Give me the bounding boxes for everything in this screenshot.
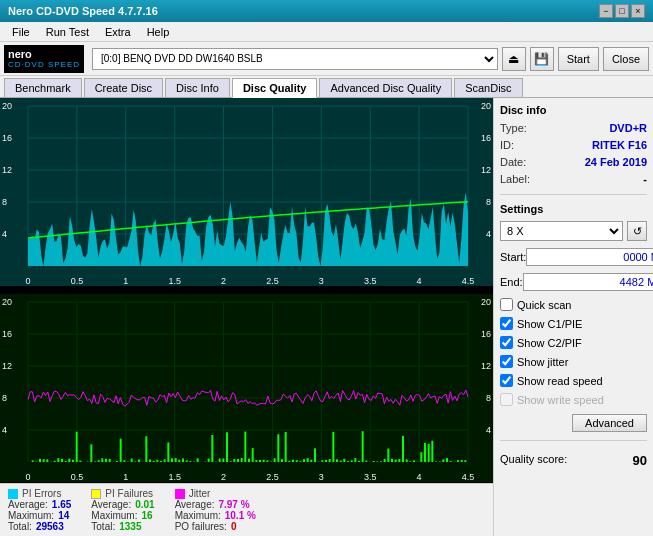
menu-extra[interactable]: Extra bbox=[97, 24, 139, 40]
disc-info-title: Disc info bbox=[500, 104, 647, 116]
show-jitter-checkbox[interactable] bbox=[500, 355, 513, 368]
quality-score-row: Quality score: 90 bbox=[500, 453, 647, 468]
tab-bar: Benchmark Create Disc Disc Info Disc Qua… bbox=[0, 76, 653, 98]
show-read-speed-row: Show read speed bbox=[500, 374, 647, 387]
show-c2pif-checkbox[interactable] bbox=[500, 336, 513, 349]
tab-advanced-disc-quality[interactable]: Advanced Disc Quality bbox=[319, 78, 452, 97]
pi-failures-stats: PI Failures Average: 0.01 Maximum: 16 To… bbox=[91, 488, 154, 532]
close-button[interactable]: × bbox=[631, 4, 645, 18]
disc-label-row: Label: - bbox=[500, 173, 647, 185]
charts-container bbox=[0, 98, 493, 483]
window-controls: − □ × bbox=[599, 4, 645, 18]
speed-row: 8 X ↺ bbox=[500, 221, 647, 241]
tab-scandisc[interactable]: ScanDisc bbox=[454, 78, 522, 97]
pi-errors-stats: PI Errors Average: 1.65 Maximum: 14 Tota… bbox=[8, 488, 71, 532]
pi-errors-total-row: Total: 29563 bbox=[8, 521, 71, 532]
start-input[interactable] bbox=[526, 248, 653, 266]
left-section: PI Errors Average: 1.65 Maximum: 14 Tota… bbox=[0, 98, 493, 536]
start-mb-row: Start: bbox=[500, 248, 647, 266]
pi-errors-label: PI Errors bbox=[8, 488, 71, 499]
menu-bar: File Run Test Extra Help bbox=[0, 22, 653, 42]
title-bar: Nero CD-DVD Speed 4.7.7.16 − □ × bbox=[0, 0, 653, 22]
pi-failures-label: PI Failures bbox=[91, 488, 154, 499]
tab-disc-info[interactable]: Disc Info bbox=[165, 78, 230, 97]
jitter-max-row: Maximum: 10.1 % bbox=[175, 510, 256, 521]
app-title: Nero CD-DVD Speed 4.7.7.16 bbox=[8, 5, 599, 17]
maximize-button[interactable]: □ bbox=[615, 4, 629, 18]
jitter-label: Jitter bbox=[175, 488, 256, 499]
show-read-speed-checkbox[interactable] bbox=[500, 374, 513, 387]
show-c2pif-row: Show C2/PIF bbox=[500, 336, 647, 349]
end-mb-row: End: bbox=[500, 273, 647, 291]
menu-run-test[interactable]: Run Test bbox=[38, 24, 97, 40]
disc-date-row: Date: 24 Feb 2019 bbox=[500, 156, 647, 168]
advanced-button[interactable]: Advanced bbox=[572, 414, 647, 432]
jitter-avg-row: Average: 7.97 % bbox=[175, 499, 256, 510]
bottom-chart bbox=[0, 294, 493, 482]
toolbar: nero CD·DVD SPEED [0:0] BENQ DVD DD DW16… bbox=[0, 42, 653, 76]
right-panel: Disc info Type: DVD+R ID: RITEK F16 Date… bbox=[493, 98, 653, 536]
minimize-button[interactable]: − bbox=[599, 4, 613, 18]
menu-help[interactable]: Help bbox=[139, 24, 178, 40]
pi-errors-max-row: Maximum: 14 bbox=[8, 510, 71, 521]
top-chart bbox=[0, 98, 493, 286]
pi-failures-total-row: Total: 1335 bbox=[91, 521, 154, 532]
end-label: End: bbox=[500, 276, 523, 288]
quick-scan-checkbox[interactable] bbox=[500, 298, 513, 311]
jitter-po-row: PO failures: 0 bbox=[175, 521, 256, 532]
divider-2 bbox=[500, 440, 647, 441]
end-input[interactable] bbox=[523, 273, 653, 291]
pi-failures-color-box bbox=[91, 489, 101, 499]
show-write-speed-checkbox bbox=[500, 393, 513, 406]
show-write-speed-row: Show write speed bbox=[500, 393, 647, 406]
tab-benchmark[interactable]: Benchmark bbox=[4, 78, 82, 97]
disc-type-row: Type: DVD+R bbox=[500, 122, 647, 134]
eject-button[interactable]: ⏏ bbox=[502, 47, 526, 71]
close-btn[interactable]: Close bbox=[603, 47, 649, 71]
pi-failures-avg-row: Average: 0.01 bbox=[91, 499, 154, 510]
start-label: Start: bbox=[500, 251, 526, 263]
logo-text-bottom: CD·DVD SPEED bbox=[8, 60, 80, 69]
pi-failures-max-row: Maximum: 16 bbox=[91, 510, 154, 521]
main-content: PI Errors Average: 1.65 Maximum: 14 Tota… bbox=[0, 98, 653, 536]
nero-logo: nero CD·DVD SPEED bbox=[4, 45, 84, 73]
tab-create-disc[interactable]: Create Disc bbox=[84, 78, 163, 97]
speed-combo[interactable]: 8 X bbox=[500, 221, 623, 241]
jitter-color-box bbox=[175, 489, 185, 499]
show-c1pie-row: Show C1/PIE bbox=[500, 317, 647, 330]
save-button[interactable]: 💾 bbox=[530, 47, 554, 71]
divider-1 bbox=[500, 194, 647, 195]
drive-selector[interactable]: [0:0] BENQ DVD DD DW1640 BSLB bbox=[92, 48, 498, 70]
quality-score-value: 90 bbox=[633, 453, 647, 468]
menu-file[interactable]: File bbox=[4, 24, 38, 40]
pi-errors-color-box bbox=[8, 489, 18, 499]
tab-disc-quality[interactable]: Disc Quality bbox=[232, 78, 318, 98]
stats-bar: PI Errors Average: 1.65 Maximum: 14 Tota… bbox=[0, 483, 493, 536]
start-button[interactable]: Start bbox=[558, 47, 599, 71]
show-c1pie-checkbox[interactable] bbox=[500, 317, 513, 330]
pi-errors-avg-row: Average: 1.65 bbox=[8, 499, 71, 510]
quick-scan-row: Quick scan bbox=[500, 298, 647, 311]
quality-score-label: Quality score: bbox=[500, 453, 567, 468]
settings-title: Settings bbox=[500, 203, 647, 215]
jitter-stats: Jitter Average: 7.97 % Maximum: 10.1 % P… bbox=[175, 488, 256, 532]
refresh-button[interactable]: ↺ bbox=[627, 221, 647, 241]
show-jitter-row: Show jitter bbox=[500, 355, 647, 368]
logo-text-top: nero bbox=[8, 48, 32, 60]
disc-id-row: ID: RITEK F16 bbox=[500, 139, 647, 151]
